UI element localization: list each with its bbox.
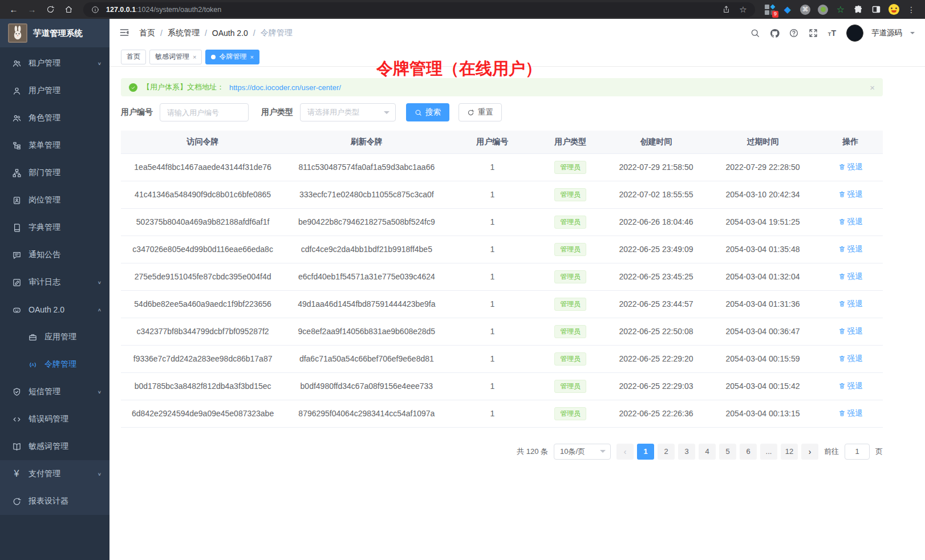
extension-grid-icon[interactable]: 9 bbox=[764, 4, 776, 15]
page-button-2[interactable]: 2 bbox=[658, 444, 675, 460]
force-logout-button[interactable]: 强退 bbox=[838, 217, 863, 227]
page-ellipsis[interactable]: ... bbox=[760, 444, 777, 460]
tab-1[interactable]: 敏感词管理× bbox=[149, 50, 202, 64]
site-info-icon[interactable] bbox=[89, 3, 102, 16]
column-header: 用户类型 bbox=[536, 131, 605, 153]
sidebar-item-sensitive[interactable]: 敏感词管理 bbox=[0, 433, 109, 460]
doc-link[interactable]: https://doc.iocoder.cn/user-center/ bbox=[229, 83, 341, 92]
force-logout-button[interactable]: 强退 bbox=[838, 271, 863, 282]
alert-close-icon[interactable]: × bbox=[870, 83, 875, 92]
sidebar-item-user[interactable]: 用户管理 bbox=[0, 77, 109, 104]
profile-avatar-emoji[interactable] bbox=[888, 4, 899, 15]
user-id-input[interactable] bbox=[160, 103, 249, 121]
split-window-icon[interactable] bbox=[870, 4, 882, 15]
force-logout-button[interactable]: 强退 bbox=[838, 354, 863, 364]
fullscreen-icon[interactable] bbox=[808, 27, 819, 39]
user-menu-caret-icon[interactable] bbox=[910, 32, 915, 36]
browser-back-button[interactable]: ← bbox=[6, 2, 22, 17]
gem-extension-icon[interactable]: ◆ bbox=[782, 4, 793, 15]
star-extension-icon[interactable]: ☆ bbox=[835, 4, 846, 15]
sidebar-item-label: 报表设计器 bbox=[29, 496, 102, 506]
table-row: 54d6be82ee5a460a9aedc1f9bf22365649d1aa46… bbox=[121, 290, 883, 318]
puzzle-extensions-icon[interactable] bbox=[853, 4, 864, 15]
page-button-4[interactable]: 4 bbox=[699, 444, 716, 460]
user-id-cell: 1 bbox=[448, 400, 536, 427]
tab-close-icon[interactable]: × bbox=[193, 54, 196, 60]
force-logout-button[interactable]: 强退 bbox=[838, 244, 863, 254]
total-count: 共 120 条 bbox=[517, 447, 548, 457]
share-icon[interactable] bbox=[720, 3, 732, 16]
sidebar-item-oauth[interactable]: OAuth 2.0∧ bbox=[0, 296, 109, 323]
sidebar-item-token[interactable]: A令牌管理 bbox=[0, 351, 109, 378]
sidebar-item-org[interactable]: 部门管理 bbox=[0, 159, 109, 186]
sidebar-item-menu[interactable]: 菜单管理 bbox=[0, 132, 109, 159]
sidebar-item-pay[interactable]: ¥支付管理∨ bbox=[0, 460, 109, 488]
browser-reload-button[interactable] bbox=[42, 2, 58, 17]
org-icon bbox=[11, 168, 22, 178]
force-logout-button[interactable]: 强退 bbox=[838, 162, 863, 172]
prev-page-button[interactable]: ‹ bbox=[616, 444, 634, 460]
sidebar-item-sms[interactable]: 短信管理∨ bbox=[0, 378, 109, 405]
bookmark-star-icon[interactable]: ☆ bbox=[737, 3, 749, 16]
sidebar-item-users[interactable]: 租户管理∨ bbox=[0, 50, 109, 77]
user-avatar[interactable] bbox=[846, 25, 863, 42]
user-id-cell: 1 bbox=[448, 372, 536, 400]
browser-forward-button[interactable]: → bbox=[24, 2, 40, 17]
page-button-6[interactable]: 6 bbox=[740, 444, 757, 460]
force-logout-button[interactable]: 强退 bbox=[838, 381, 863, 391]
reset-button[interactable]: 重置 bbox=[459, 103, 502, 121]
user-type-tag: 管理员 bbox=[554, 352, 586, 366]
table-row: 1ea5e44f8bc1467aaede43144f31de76811c5304… bbox=[121, 153, 883, 181]
browser-home-button[interactable] bbox=[60, 2, 76, 17]
sidebar-toggle-icon[interactable] bbox=[119, 27, 131, 39]
username: 芋道源码 bbox=[871, 28, 902, 38]
breadcrumb-item[interactable]: OAuth 2.0 bbox=[212, 29, 248, 38]
page-button-5[interactable]: 5 bbox=[719, 444, 736, 460]
page-button-1[interactable]: 1 bbox=[637, 444, 654, 460]
sidebar-item-report[interactable]: 报表设计器 bbox=[0, 488, 109, 515]
search-icon[interactable] bbox=[749, 27, 761, 39]
force-logout-button[interactable]: 强退 bbox=[838, 326, 863, 336]
force-logout-button[interactable]: 强退 bbox=[838, 189, 863, 200]
sidebar-item-label: OAuth 2.0 bbox=[29, 305, 91, 314]
github-icon[interactable] bbox=[769, 27, 780, 39]
svg-text:A: A bbox=[31, 363, 34, 367]
sidebar-menu: 租户管理∨用户管理角色管理菜单管理部门管理岗位管理字典管理通知公告审计日志∨OA… bbox=[0, 47, 109, 560]
sidebar-item-app[interactable]: 应用管理 bbox=[0, 323, 109, 351]
sidebar-item-label: 菜单管理 bbox=[29, 140, 102, 151]
browser-menu-icon[interactable]: ⋮ bbox=[906, 4, 917, 15]
chevron-down-icon: ∨ bbox=[98, 389, 102, 395]
user-type-select[interactable]: 请选择用户类型 bbox=[300, 103, 396, 121]
search-button[interactable]: 搜索 bbox=[406, 103, 449, 121]
page-content: 【用户体系】文档地址： https://doc.iocoder.cn/user-… bbox=[109, 67, 925, 460]
command-extension-icon[interactable]: ⌘ bbox=[800, 4, 811, 15]
breadcrumb-item[interactable]: 系统管理 bbox=[168, 28, 200, 38]
sidebar-item-post[interactable]: 岗位管理 bbox=[0, 186, 109, 214]
help-icon[interactable] bbox=[788, 27, 800, 39]
action-cell: 强退 bbox=[818, 290, 883, 318]
page-size-select[interactable]: 10条/页 bbox=[554, 444, 611, 460]
jump-page-input[interactable] bbox=[845, 444, 870, 460]
force-logout-button[interactable]: 强退 bbox=[838, 299, 863, 309]
page-button-3[interactable]: 3 bbox=[678, 444, 695, 460]
tab-active[interactable]: 令牌管理× bbox=[205, 50, 259, 64]
table-row: 275e5de9151045fe87cbdc395e004f4de6cfd40e… bbox=[121, 263, 883, 290]
address-bar[interactable]: 127.0.0.1:1024/system/oauth2/token ☆ bbox=[83, 2, 755, 17]
page-button-12[interactable]: 12 bbox=[781, 444, 798, 460]
sidebar-item-notice[interactable]: 通知公告 bbox=[0, 241, 109, 269]
url-text[interactable]: 127.0.0.1:1024/system/oauth2/token bbox=[106, 6, 715, 14]
sidebar-item-dict[interactable]: 字典管理 bbox=[0, 214, 109, 241]
trash-icon bbox=[838, 245, 846, 253]
next-page-button[interactable]: › bbox=[801, 444, 818, 460]
tab-close-icon[interactable]: × bbox=[250, 54, 253, 60]
tab-0[interactable]: 首页 bbox=[121, 50, 146, 64]
font-size-icon[interactable]: TT bbox=[827, 27, 838, 39]
force-logout-button[interactable]: 强退 bbox=[838, 408, 863, 419]
app-logo[interactable]: 芋道管理系统 bbox=[0, 19, 109, 47]
sidebar-item-role[interactable]: 角色管理 bbox=[0, 104, 109, 132]
record-extension-icon[interactable] bbox=[817, 4, 829, 15]
refresh-token-cell: 333ecfc71e02480cb11055c875c3ca0f bbox=[285, 181, 448, 208]
sidebar-item-log[interactable]: 审计日志∨ bbox=[0, 269, 109, 296]
sidebar-item-errcode[interactable]: 错误码管理 bbox=[0, 405, 109, 433]
breadcrumb-item[interactable]: 首页 bbox=[139, 28, 155, 38]
